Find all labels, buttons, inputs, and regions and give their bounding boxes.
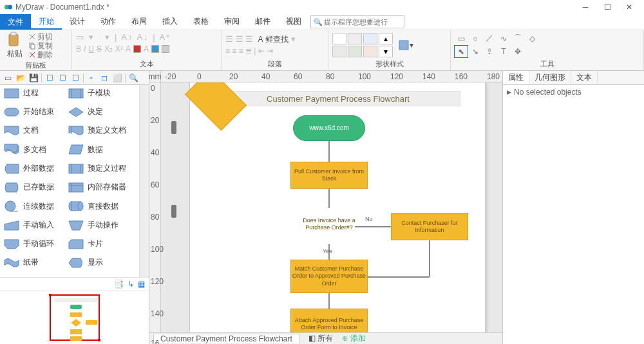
svg-rect-2 (9, 34, 18, 46)
chevron-right-icon[interactable]: ▶ (507, 89, 511, 95)
svg-marker-12 (69, 108, 83, 117)
shape-predef-doc[interactable]: 预定义文档 (68, 125, 133, 136)
svg-marker-29 (69, 240, 83, 249)
svg-rect-30 (55, 298, 97, 302)
shapes-size-large-icon[interactable]: ⬜ (112, 73, 122, 83)
lib-connector-icon[interactable]: ↳ (128, 280, 134, 289)
shape-style-dropdown[interactable]: ▾ (398, 39, 413, 51)
delete-button[interactable]: 删除 (28, 50, 53, 59)
canvas[interactable]: Customer Payment Process Flowchart www.x… (161, 82, 502, 332)
edge-no: No (365, 216, 373, 222)
node-contact[interactable]: Contact Purchaser for Information (391, 213, 468, 240)
shape-multidoc[interactable]: 多文档 (4, 144, 68, 155)
shapes-size-med-icon[interactable]: ◻ (99, 73, 109, 83)
paste-button[interactable]: 粘贴 (4, 32, 26, 59)
menu-row: 文件 开始 设计 动作 布局 插入 表格 审阅 邮件 视图 🔍 (0, 14, 644, 30)
maximize-button[interactable]: ☐ (596, 1, 618, 14)
diagram-title[interactable]: Customer Payment Process Flowchart (216, 91, 460, 106)
ribbon-group-shapestyle: ▴ ▾ ▾ 形状样式 (328, 30, 451, 70)
tab-properties[interactable]: 属性 (503, 71, 529, 84)
text-label: 文本 (72, 59, 221, 70)
tab-view[interactable]: 视图 (278, 14, 309, 30)
tools-label: 工具 (451, 59, 643, 70)
shape-directdata[interactable]: 直接数据 (68, 200, 133, 212)
properties-panel: 属性 几何图形 文本 ▶No selected objects (502, 71, 644, 344)
shape-stored[interactable]: 已存数据 (4, 182, 68, 193)
shapes-open-icon[interactable]: 📂 (15, 73, 26, 83)
node-start[interactable]: www.x6d.com (293, 115, 365, 141)
shape-display[interactable]: 显示 (68, 257, 133, 268)
shape-extdata[interactable]: 外部数据 (4, 163, 68, 174)
shape-manual-op[interactable]: 手动操作 (68, 220, 133, 231)
lib-icon[interactable]: 📑 (114, 280, 124, 289)
svg-point-1 (8, 5, 12, 9)
tab-mail[interactable]: 邮件 (247, 14, 278, 30)
search-input[interactable] (324, 18, 401, 26)
svg-rect-32 (70, 312, 82, 317)
page-tab[interactable]: Customer Payment Process Flowchart (153, 334, 299, 343)
close-button[interactable]: ✕ (618, 1, 640, 14)
node-match[interactable]: Match Customer Purchase Order to Approve… (290, 260, 368, 293)
page[interactable]: Customer Payment Process Flowchart www.x… (189, 82, 486, 332)
shape-process[interactable]: 过程 (4, 88, 68, 99)
font-tools-row1[interactable]: ▭ ▾ ▾ | A↑ A↓ | Aᵃ (76, 32, 171, 43)
collapse-handle-top[interactable] (171, 121, 176, 134)
minimize-button[interactable]: ─ (574, 1, 596, 14)
shape-terminator[interactable]: 开始结束 (4, 106, 68, 117)
lib-grid-icon[interactable]: ▦ (138, 280, 145, 289)
ribbon-group-clipboard: 粘贴 剪切 复制 删除 剪贴板 (0, 30, 72, 70)
tab-start[interactable]: 开始 (31, 14, 62, 30)
shape-data[interactable]: 数据 (68, 144, 133, 155)
clipboard-label: 剪贴板 (0, 61, 71, 72)
shape-tape[interactable]: 纸带 (4, 257, 68, 268)
page-thumbnail[interactable] (0, 290, 149, 344)
tell-me-search[interactable]: 🔍 (310, 15, 404, 28)
tab-table[interactable]: 表格 (185, 14, 216, 30)
shape-document[interactable]: 文档 (4, 125, 68, 136)
shapes-new-icon[interactable]: ▭ (3, 73, 13, 83)
properties-tabs: 属性 几何图形 文本 (503, 71, 644, 85)
copy-button[interactable]: 复制 (28, 41, 53, 50)
svg-rect-8 (69, 89, 83, 98)
shapes-save-icon[interactable]: 💾 (28, 73, 39, 83)
node-pull-invoice[interactable]: Pull Customer Invoice from Stack (290, 162, 368, 189)
shape-submodule[interactable]: 子模块 (68, 88, 133, 99)
tab-design[interactable]: 设计 (62, 14, 93, 30)
shape-manual-input[interactable]: 手动输入 (4, 220, 68, 231)
shapes-view2-icon[interactable]: ☐ (57, 73, 68, 83)
shape-card[interactable]: 卡片 (68, 238, 133, 249)
paragraph-tools[interactable]: ☰ ☰ ☰ A 鲜查找 ▾ ≡ ≡ ≡ ≣ | ⇤ ⇥ (225, 34, 296, 55)
shapes-size-small-icon[interactable]: ▫ (86, 73, 97, 83)
ribbon: 粘贴 剪切 复制 删除 剪贴板 ▭ ▾ ▾ | A↑ A↓ | Aᵃ BIUSX… (0, 30, 644, 71)
ribbon-group-paragraph: ☰ ☰ ☰ A 鲜查找 ▾ ≡ ≡ ≡ ≣ | ⇤ ⇥ 段落 (222, 30, 328, 70)
tab-action[interactable]: 动作 (93, 14, 124, 30)
shape-style-gallery[interactable]: ▴ ▾ (332, 33, 393, 57)
shape-internal[interactable]: 内部存储器 (68, 182, 133, 193)
ribbon-group-text: ▭ ▾ ▾ | A↑ A↓ | Aᵃ BIUSX₂X² A A 文本 (72, 30, 222, 70)
cut-button[interactable]: 剪切 (28, 32, 53, 41)
font-tools-row2[interactable]: BIUSX₂X² A A (76, 44, 169, 53)
tools-grid[interactable]: ▭○／∿⌒◇ ⬉↘⇪T✥ (455, 33, 538, 57)
tab-layout[interactable]: 布局 (124, 14, 155, 30)
shape-manual-loop[interactable]: 手动循环 (4, 238, 68, 249)
node-attach[interactable]: Attach Approved Purchase Order Form to I… (290, 309, 368, 332)
add-page-button[interactable]: ⊕ 添加 (342, 333, 366, 344)
tab-geometry[interactable]: 几何图形 (529, 71, 571, 84)
shapes-panel: ▭ 📂 💾 ☐ ☐ ☐ ▫ ◻ ⬜ 🔍 过程子模块 开始结束决定 文档预定义文档… (0, 71, 149, 344)
shape-seqdata[interactable]: 连续数据 (4, 200, 68, 212)
svg-rect-7 (5, 89, 19, 98)
tab-insert[interactable]: 插入 (155, 14, 185, 30)
shape-decision[interactable]: 决定 (68, 106, 133, 117)
shapes-search-icon[interactable]: 🔍 (128, 73, 138, 83)
main-area: ▭ 📂 💾 ☐ ☐ ☐ ▫ ◻ ⬜ 🔍 过程子模块 开始结束决定 文档预定义文档… (0, 71, 644, 344)
tab-text[interactable]: 文本 (571, 71, 598, 84)
collapse-handle-bottom[interactable] (171, 205, 176, 218)
ruler-horizontal: mm -20 0 20 40 60 80 100 120 140 160 180 (149, 71, 502, 82)
node-decision[interactable] (185, 82, 247, 131)
shapes-view1-icon[interactable]: ☐ (44, 73, 55, 83)
shape-predef-proc[interactable]: 预定义过程 (68, 163, 133, 174)
svg-rect-31 (70, 305, 82, 309)
file-tab[interactable]: 文件 (0, 14, 31, 30)
shapes-view3-icon[interactable]: ☐ (70, 73, 80, 83)
tab-review[interactable]: 审阅 (216, 14, 247, 30)
